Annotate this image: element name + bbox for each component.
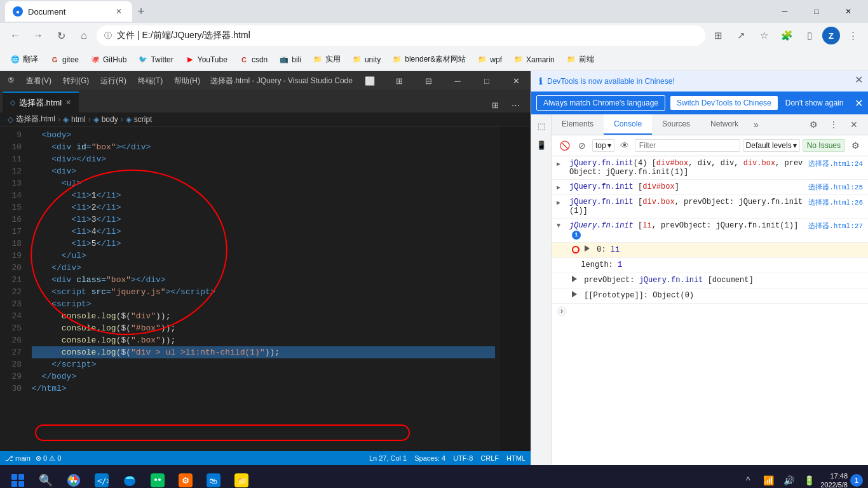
console-filter-input[interactable] [635,139,740,152]
console-subentry-0[interactable]: 0: li [552,243,868,258]
top-context-dropdown[interactable]: top ▾ [592,139,614,152]
vscode-split-editor[interactable]: ⊞ [487,97,503,112]
maximize-button[interactable]: □ [802,0,831,23]
dt-tab-elements[interactable]: Elements [552,114,604,135]
dt-more-tabs[interactable]: » [749,114,764,135]
console-link-1[interactable]: 选择器.html:24 [808,159,863,168]
bookmark-csdn[interactable]: C csdn [234,52,273,67]
dt-tab-network[interactable]: Network [700,114,749,135]
start-button[interactable] [5,468,31,488]
vscode-maximize-btn[interactable]: □ [472,71,501,90]
dt-tab-sources[interactable]: Sources [652,114,700,135]
console-link-4[interactable]: 选择器.html:27 [808,221,863,231]
taskbar-battery[interactable]: 🔋 [800,471,818,488]
taskbar-search-button[interactable]: 🔍 [33,468,58,488]
console-entry-4[interactable]: ▼ jQuery.fn.init [li, prevObject: jQuery… [552,219,868,243]
bookmark-gitee[interactable]: G gitee [44,52,84,67]
console-subentry-3[interactable]: [[Prototype]]: Object(0) [552,288,868,304]
bc-file[interactable]: 选择器.html [16,114,55,125]
browser-tab-document[interactable]: ● Document ✕ [5,1,132,22]
dt-close-panel[interactable]: ✕ [845,116,863,133]
console-entry-3[interactable]: ▶ jQuery.fn.init [div.box, prevObject: j… [552,195,868,219]
sb-errors[interactable]: ⊗ 0 ⚠ 0 [36,454,61,463]
lang-switch-button[interactable]: Switch DevTools to Chinese [670,96,778,110]
profile-avatar[interactable]: Z [822,27,840,44]
expand-triangle-2[interactable]: ▶ [557,184,564,191]
dt-more-options[interactable]: ⋮ [825,116,843,133]
bookmark-github[interactable]: 🐙 GitHub [85,52,132,67]
tab-close-icon[interactable]: ✕ [65,98,71,107]
dt-settings-icon[interactable]: ⚙ [804,116,822,133]
menu-icon[interactable]: ⋮ [843,25,863,46]
bc-script[interactable]: script [134,115,153,124]
taskbar-edge[interactable] [117,468,142,488]
console-arrow-btn[interactable]: › [557,306,567,316]
console-levels-dropdown[interactable]: Default levels ▾ [743,139,800,152]
bookmark-youtube[interactable]: ▶ YouTube [180,52,233,67]
sub-expand-2[interactable] [572,276,577,282]
bookmark-useful[interactable]: 📁 实用 [308,51,346,67]
bookmark-twitter[interactable]: 🐦 Twitter [133,52,178,67]
minimize-button[interactable]: ─ [770,0,799,23]
bookmark-unity[interactable]: 📁 unity [347,52,386,67]
console-stop-button[interactable]: ⊘ [574,138,590,153]
expand-triangle-4[interactable]: ▼ [557,222,564,229]
taskbar-files[interactable]: 📁 [229,468,254,488]
vscode-more-actions[interactable]: ⋯ [508,97,523,112]
sb-branch[interactable]: ⎇ main [5,454,31,463]
bookmark-wpf[interactable]: 📁 wpf [472,52,507,67]
console-link-3[interactable]: 选择器.html:26 [808,198,863,207]
taskbar-sound[interactable]: 🔊 [780,471,797,488]
taskbar-clock[interactable]: 17:48 2022/5/8 [820,471,848,488]
console-issues-badge[interactable]: No Issues [803,139,845,152]
sub-expand-0[interactable] [585,245,590,252]
taskbar-notification-badge[interactable]: 1 [850,474,863,487]
menu-goto[interactable]: 转到(G) [58,73,94,89]
taskbar-wechat[interactable] [145,468,170,488]
home-button[interactable]: ⌂ [74,25,94,46]
menu-help[interactable]: 帮助(H) [169,73,205,89]
vscode-tab-selector[interactable]: ◇ 选择器.html ✕ [3,92,79,112]
tab-close-button[interactable]: ✕ [113,6,125,17]
taskbar-chrome[interactable] [61,468,86,488]
bookmark-translate[interactable]: 🌐 翻译 [5,51,43,67]
console-subentry-2[interactable]: prevObject: jQuery.fn.init [document] [552,273,868,288]
menu-terminal[interactable]: 终端(T) [133,73,168,89]
expand-triangle-3[interactable]: ▶ [557,199,564,207]
vscode-layout-btn[interactable]: ⊞ [384,71,414,90]
expand-triangle-1[interactable]: ▶ [557,160,564,168]
console-clear-button[interactable]: 🚫 [557,138,572,153]
sub-expand-3[interactable] [572,291,577,297]
extensions-icon[interactable]: 🧩 [776,25,797,46]
lang-match-button[interactable]: Always match Chrome's language [536,95,665,111]
console-entry-2[interactable]: ▶ jQuery.fn.init [div#box] 选择器.html:25 [552,180,868,195]
lang-dismiss-text[interactable]: Don't show again [785,98,844,107]
taskbar-app5[interactable]: ⚙ [173,468,198,488]
bookmark-frontend[interactable]: 📁 前端 [561,51,599,67]
share-icon[interactable]: ↗ [731,25,751,46]
console-link-2[interactable]: 选择器.html:25 [808,182,863,192]
vscode-layout2-btn[interactable]: ⊟ [414,71,443,90]
console-entry-1[interactable]: ▶ jQuery.fn.init(4) [div#box, div, div, … [552,156,868,180]
menu-file[interactable]: ⑤ [3,73,20,89]
console-eye-button[interactable]: 👁 [617,138,632,153]
forward-button[interactable]: → [28,25,48,46]
new-tab-button[interactable]: + [132,3,150,20]
lang-bar-close[interactable]: ✕ [855,97,863,109]
close-button[interactable]: ✕ [834,0,863,23]
dt-inspect-btn[interactable]: ⬚ [532,117,550,135]
bookmark-blender[interactable]: 📁 blender&素材网站 [387,51,471,67]
sidebar-icon[interactable]: ▯ [799,25,820,46]
dt-mobile-btn[interactable]: 📱 [532,136,550,154]
menu-run[interactable]: 运行(R) [95,73,132,89]
bookmark-bili[interactable]: 📺 bili [274,52,306,67]
vscode-split-btn[interactable]: ⬜ [355,71,384,90]
console-expand-arrow[interactable]: › [552,304,868,319]
dt-tab-console[interactable]: Console [604,114,652,135]
back-button[interactable]: ← [5,25,25,46]
address-field[interactable]: ⓘ 文件 | E:/前端/JQuery/选择器.html [97,25,705,46]
translate-icon[interactable]: ⊞ [708,25,728,46]
vscode-close-btn[interactable]: ✕ [501,71,531,90]
taskbar-chevron[interactable]: ^ [739,471,757,488]
console-subentry-1[interactable]: length: 1 [552,258,868,273]
